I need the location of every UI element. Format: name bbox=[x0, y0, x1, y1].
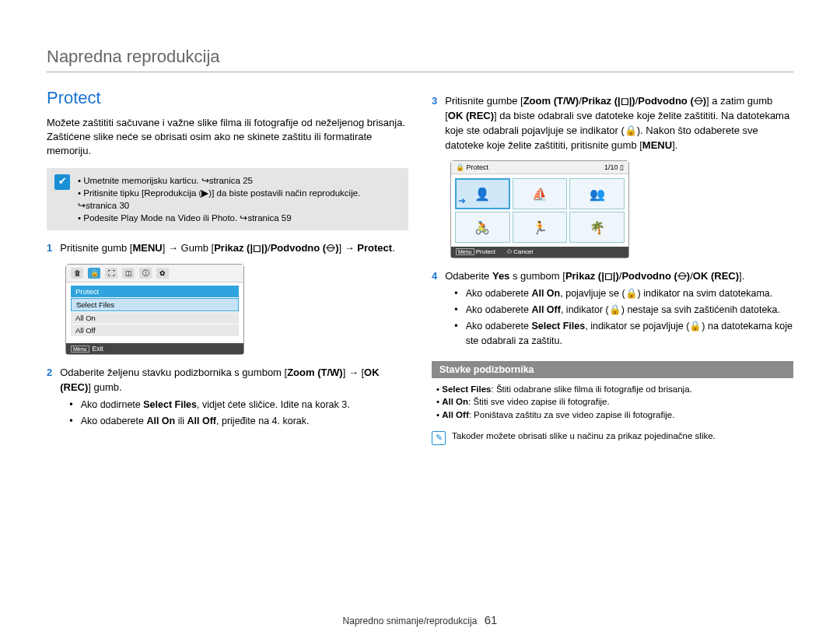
text: . bbox=[392, 242, 395, 254]
bullet: Ako odaberete All Off, indikator (🔒) nes… bbox=[454, 303, 793, 317]
grid-footer: Menu Protect ⦵ Cancel bbox=[451, 247, 628, 258]
text: ]. bbox=[672, 139, 677, 151]
tip-list: Umetnite memorijsku karticu. ↪stranica 2… bbox=[78, 174, 401, 224]
bullet: Ako dodirnete Select Files, vidjet ćete … bbox=[69, 398, 408, 412]
menu-key-label: Menu bbox=[456, 248, 474, 255]
text: ]. bbox=[739, 270, 744, 282]
step-body: Odaberite željenu stavku podizbornika s … bbox=[60, 366, 408, 430]
trash-icon: 🗑 bbox=[71, 268, 83, 279]
section-title: Protect bbox=[47, 88, 408, 108]
thumbnail-grid: 👤 ⛵ 👥 🚴 🏃 🌴 bbox=[451, 174, 628, 247]
text: Ako odaberete bbox=[466, 288, 532, 299]
thumbnail: ⛵ bbox=[513, 178, 568, 209]
tab-icon: ◫ bbox=[122, 268, 135, 279]
tip-item: Umetnite memorijsku karticu. ↪stranica 2… bbox=[78, 174, 401, 187]
all-off-label: All Off bbox=[531, 304, 561, 315]
cancel-label: Cancel bbox=[513, 248, 533, 255]
tab-icon: ⛶ bbox=[105, 268, 117, 279]
battery-icon: ▯ bbox=[620, 163, 624, 171]
thumbnail: 👥 bbox=[569, 178, 625, 209]
step-body: Pritisnite gumb [MENU] → Gumb [Prikaz (|… bbox=[60, 241, 408, 256]
text: : Štiti sve video zapise ili fotografije… bbox=[468, 397, 610, 406]
text: , indikator (🔒) nestaje sa svih zaštićen… bbox=[561, 304, 780, 315]
list-item: Select Files: Štiti odabrane slike filma… bbox=[436, 383, 793, 396]
step-number: 4 bbox=[432, 269, 437, 349]
menu-header: Protect bbox=[71, 286, 239, 297]
thumbnail: 🏃 bbox=[513, 212, 568, 243]
text: Ako odaberete bbox=[466, 304, 532, 315]
ok-label: OK (REC) bbox=[693, 270, 739, 282]
thumbnail-selected: 👤 bbox=[455, 178, 510, 209]
select-files-label: Select Files bbox=[143, 399, 197, 410]
counter: 1/10 bbox=[604, 163, 618, 171]
list-item: All On: Štiti sve video zapise ili fotog… bbox=[436, 395, 793, 409]
text: ] → Gumb [ bbox=[163, 242, 214, 254]
text: Odaberite bbox=[445, 270, 492, 282]
step-body: Pritisnite gumbe [Zoom (T/W)/Prikaz (|◻|… bbox=[445, 94, 793, 153]
text: Pritisnite gumbe [ bbox=[445, 95, 523, 107]
select-files-label: Select Files bbox=[531, 321, 585, 332]
note-text: Također možete obrisati slike u načinu z… bbox=[452, 431, 716, 440]
bullet: Ako odaberete All On ili All Off, prijeđ… bbox=[69, 414, 408, 428]
step-number: 3 bbox=[432, 94, 437, 153]
protect-menu-screenshot: 🗑 🔒 ⛶ ◫ ⓘ ✿ Protect Select Files All On … bbox=[65, 264, 244, 355]
podvodno-label: Podvodno (⦵) bbox=[271, 242, 339, 254]
text: : Štiti odabrane slike filma ili fotogra… bbox=[492, 384, 692, 394]
all-on-label: All On bbox=[442, 397, 468, 406]
tab-icon: ⓘ bbox=[139, 268, 152, 279]
submenu-list: Select Files: Štiti odabrane slike filma… bbox=[432, 383, 793, 422]
podvodno-label: Podvodno (⦵) bbox=[638, 95, 706, 107]
lock-tab-icon: 🔒 bbox=[88, 268, 100, 279]
exit-label: Exit bbox=[93, 345, 103, 353]
check-icon: ✔ bbox=[54, 174, 70, 190]
step-number: 1 bbox=[47, 241, 52, 256]
menu-body: Protect Select Files All On All Off bbox=[66, 282, 243, 343]
page-header: Napredna reprodukcija bbox=[47, 47, 793, 72]
submenu-heading: Stavke podizbornika bbox=[432, 361, 793, 378]
menu-row-selected: Select Files bbox=[71, 298, 239, 311]
grid-title: Protect bbox=[467, 163, 489, 171]
text: , pojavljuje se (🔒) indikator na svim da… bbox=[560, 288, 772, 299]
note-icon: ✎ bbox=[432, 431, 446, 445]
menu-label: MENU bbox=[642, 139, 672, 151]
tip-item: Podesite Play Mode na Video ili Photo. ↪… bbox=[78, 212, 401, 224]
step-body: Odaberite Yes s gumbom [Prikaz (|◻|)/Pod… bbox=[445, 269, 793, 349]
all-on-label: All On bbox=[146, 416, 175, 426]
page-number: 61 bbox=[485, 613, 498, 626]
text: ] gumb. bbox=[88, 381, 121, 393]
protect-label: Protect bbox=[476, 248, 495, 255]
all-on-label: All On bbox=[531, 288, 560, 299]
all-off-label: All Off bbox=[442, 410, 469, 419]
intro-paragraph: Možete zaštititi sačuvane i važne slike … bbox=[47, 116, 408, 159]
thumbnail-grid-screenshot: 🔒 Protect 1/10 ▯ 👤 ⛵ 👥 🚴 🏃 🌴 Menu Protec… bbox=[450, 160, 629, 258]
lock-icon: 🔒 bbox=[456, 163, 464, 171]
protect-label: Protect bbox=[357, 242, 392, 254]
text: , vidjet ćete sličice. Idite na korak 3. bbox=[197, 399, 350, 410]
text: Ako dodirnete bbox=[81, 399, 144, 410]
left-column: Protect Možete zaštititi sačuvane i važn… bbox=[47, 88, 408, 445]
step-2: 2 Odaberite željenu stavku podizbornika … bbox=[47, 366, 408, 430]
select-files-label: Select Files bbox=[442, 384, 491, 394]
zoom-label: Zoom (T/W) bbox=[287, 367, 342, 378]
grid-header: 🔒 Protect 1/10 ▯ bbox=[451, 161, 628, 174]
tip-box: ✔ Umetnite memorijsku karticu. ↪stranica… bbox=[47, 168, 408, 230]
tip-item: Pritisnite tipku [Reprodukcija (▶)] da b… bbox=[78, 187, 401, 212]
text: Odaberite željenu stavku podizbornika s … bbox=[60, 367, 287, 378]
page-footer: Napredno snimanje/reprodukcija 61 bbox=[0, 613, 840, 626]
thumbnail: 🌴 bbox=[569, 212, 625, 243]
step-4: 4 Odaberite Yes s gumbom [Prikaz (|◻|)/P… bbox=[432, 269, 793, 349]
content-columns: Protect Možete zaštititi sačuvane i važn… bbox=[47, 88, 793, 445]
text: Ako odaberete bbox=[466, 321, 532, 332]
menu-row: All Off bbox=[71, 325, 239, 336]
podvodno-label: Podvodno (⦵) bbox=[621, 270, 690, 282]
text: , prijeđite na 4. korak. bbox=[216, 416, 310, 426]
note: ✎ Također možete obrisati slike u načinu… bbox=[432, 431, 793, 445]
text: ] → [ bbox=[343, 367, 364, 378]
prikaz-label: Prikaz (|◻|) bbox=[565, 270, 619, 282]
right-column: 3 Pritisnite gumbe [Zoom (T/W)/Prikaz (|… bbox=[432, 88, 793, 445]
menu-label: MENU bbox=[132, 242, 162, 254]
yes-label: Yes bbox=[492, 270, 509, 282]
text: ] → bbox=[339, 242, 358, 254]
text: ] da biste odabrali sve datoteke koje že… bbox=[445, 110, 789, 151]
menu-tabs: 🗑 🔒 ⛶ ◫ ⓘ ✿ bbox=[66, 265, 243, 282]
